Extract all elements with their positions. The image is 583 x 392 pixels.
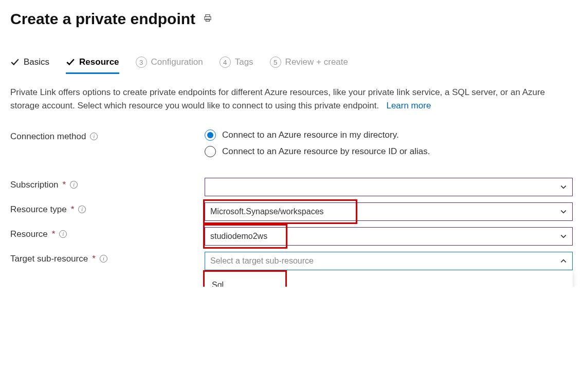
learn-more-link[interactable]: Learn more xyxy=(386,101,431,110)
radio-label: Connect to an Azure resource by resource… xyxy=(222,146,430,157)
required-indicator: * xyxy=(71,204,75,215)
target-sub-resource-select[interactable]: Select a target sub-resource xyxy=(205,252,573,270)
resource-select[interactable]: studiodemo2ws xyxy=(205,227,573,246)
resource-type-select[interactable]: Microsoft.Synapse/workspaces xyxy=(205,202,573,221)
radio-label: Connect to an Azure resource in my direc… xyxy=(222,130,399,140)
radio-icon xyxy=(205,146,216,157)
tab-description: Private Link offers options to create pr… xyxy=(10,86,571,113)
select-value: Microsoft.Synapse/workspaces xyxy=(210,207,324,216)
info-icon[interactable]: i xyxy=(59,230,67,238)
tab-label: Review + create xyxy=(285,57,348,67)
info-icon[interactable]: i xyxy=(78,206,86,213)
chevron-down-icon xyxy=(560,208,567,215)
subscription-select[interactable] xyxy=(205,178,573,196)
dropdown-option-sql[interactable]: Sql xyxy=(205,274,573,287)
wizard-tabs: Basics Resource 3 Configuration 4 Tags 5… xyxy=(10,57,573,74)
tab-resource[interactable]: Resource xyxy=(66,57,119,74)
required-indicator: * xyxy=(52,229,56,239)
required-indicator: * xyxy=(92,254,96,264)
tab-basics[interactable]: Basics xyxy=(10,57,49,74)
description-text: Private Link offers options to create pr… xyxy=(10,87,545,110)
info-icon[interactable]: i xyxy=(90,133,98,140)
tab-label: Configuration xyxy=(151,57,203,67)
required-indicator: * xyxy=(63,180,66,190)
tab-label: Basics xyxy=(24,57,49,67)
check-icon xyxy=(66,58,75,67)
step-number: 4 xyxy=(220,57,231,68)
tab-configuration[interactable]: 3 Configuration xyxy=(136,57,203,74)
svg-rect-0 xyxy=(206,15,210,17)
select-placeholder: Select a target sub-resource xyxy=(210,256,314,266)
check-icon xyxy=(10,58,20,67)
target-sub-resource-dropdown: Sql SqlOnDemand Dev xyxy=(205,270,573,287)
print-icon[interactable] xyxy=(204,14,212,24)
connection-method-label: Connection method xyxy=(10,132,86,142)
resource-label: Resource xyxy=(10,229,48,239)
page-title: Create a private endpoint xyxy=(10,10,195,28)
tab-tags[interactable]: 4 Tags xyxy=(220,57,253,74)
connection-method-opt1[interactable]: Connect to an Azure resource in my direc… xyxy=(205,129,573,141)
chevron-down-icon xyxy=(560,183,567,191)
step-number: 3 xyxy=(136,57,147,68)
chevron-up-icon xyxy=(560,257,567,265)
tab-label: Resource xyxy=(79,57,119,67)
chevron-down-icon xyxy=(560,233,567,240)
subscription-label: Subscription xyxy=(10,180,59,190)
tab-review-create[interactable]: 5 Review + create xyxy=(270,57,348,74)
connection-method-radiogroup: Connect to an Azure resource in my direc… xyxy=(205,129,573,157)
radio-icon xyxy=(205,129,216,141)
svg-rect-2 xyxy=(206,19,210,22)
select-value: studiodemo2ws xyxy=(210,232,267,241)
info-icon[interactable]: i xyxy=(100,255,107,263)
target-sub-resource-label: Target sub-resource xyxy=(10,254,88,264)
step-number: 5 xyxy=(270,57,281,68)
resource-type-label: Resource type xyxy=(10,204,67,215)
connection-method-opt2[interactable]: Connect to an Azure resource by resource… xyxy=(205,146,573,157)
tab-label: Tags xyxy=(235,57,253,67)
info-icon[interactable]: i xyxy=(70,181,78,189)
